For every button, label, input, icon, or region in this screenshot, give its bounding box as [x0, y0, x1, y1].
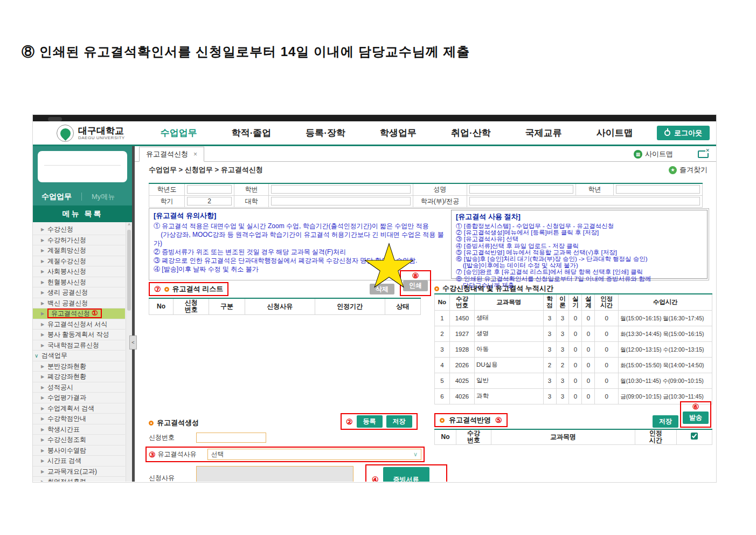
- sidebar-menu-item[interactable]: ▶ 성적공시: [33, 382, 125, 393]
- sidebar-collapse-button[interactable]: <: [129, 335, 137, 349]
- menu-item-label: 수강신청조회: [47, 436, 86, 443]
- nav-item[interactable]: 취업·산학: [451, 127, 491, 139]
- sidebar-menu-item[interactable]: ▶ 봉사 활동계획서 작성: [33, 330, 125, 340]
- sidebar-tab-mymenu[interactable]: My메뉴: [92, 192, 115, 202]
- sidebar-menu-item[interactable]: ▶ 수강허가신청: [33, 235, 125, 246]
- sitemap-link[interactable]: ▦ 사이트맵: [634, 149, 673, 159]
- course-row: 2 1927 생명 3 3 0 0 0 화(13:30~14:45) 목(15:…: [435, 326, 712, 341]
- nav-item[interactable]: 사이트맵: [597, 127, 633, 139]
- course-row: 6 4026 과학 3 3 0 0 0 금(09:00~10:15) 금(10:…: [435, 388, 712, 404]
- favorite-button[interactable]: ★ 즐겨찾기: [669, 162, 708, 178]
- nav-item[interactable]: 수업업무: [161, 127, 197, 139]
- list-column-header: 구분: [209, 298, 245, 314]
- request-no-input[interactable]: [196, 433, 266, 443]
- nav-item[interactable]: 학적·졸업: [232, 127, 272, 139]
- delete-button[interactable]: 삭제: [370, 284, 394, 294]
- sidebar-tab-divider: [81, 193, 82, 201]
- sidebar-menu-item[interactable]: ▶ 수강신청: [33, 224, 125, 235]
- course-time: 월(15:00~16:15) 월(16:30~17:45): [619, 310, 712, 326]
- absence-reason-label: 유고결석사유: [158, 450, 205, 459]
- tab-absence-request[interactable]: 유고결석신청×: [139, 147, 204, 162]
- print-button[interactable]: 인쇄: [403, 280, 428, 291]
- college-input[interactable]: [271, 197, 411, 205]
- year-input[interactable]: [187, 185, 232, 194]
- menu-arrow-icon: ▶: [41, 256, 44, 267]
- major-input[interactable]: [469, 197, 700, 205]
- reflect-save-button[interactable]: 저장: [653, 415, 678, 428]
- semester-input[interactable]: [187, 197, 232, 205]
- nav-item[interactable]: 등록·장학: [306, 127, 345, 139]
- sidebar-menu-item[interactable]: ▶ 수강신청조회: [33, 435, 125, 445]
- sidebar-menu-item[interactable]: ▶ 생리 공결신청: [33, 287, 125, 298]
- check-all-checkbox[interactable]: [691, 433, 698, 440]
- grade-input[interactable]: [616, 185, 700, 194]
- course-recognized-hours: 0: [595, 326, 619, 341]
- sidebar-menu-item[interactable]: ▶ 분반강좌현황: [33, 361, 125, 372]
- course-time: 월(10:30~11:45) 수(09:00~10:15): [619, 373, 712, 388]
- sidebar-menu-item[interactable]: ▶ 유고결석신청서 서식: [33, 319, 125, 330]
- sidebar-scrollbar[interactable]: ^: [126, 222, 132, 482]
- sidebar-menu-item[interactable]: ▶ 계절희망신청: [33, 245, 125, 256]
- course-code: 1928: [449, 341, 474, 357]
- course-theory: 3: [556, 373, 569, 388]
- sidebar-menu-item[interactable]: ▶ 수업평가결과: [33, 393, 125, 403]
- sidebar-menu-item[interactable]: ∨ 검색업무: [33, 351, 125, 361]
- course-practice: 0: [569, 373, 582, 388]
- university-logo-icon: [57, 125, 74, 142]
- send-button[interactable]: 발송: [683, 411, 709, 424]
- scrollbar-thumb[interactable]: [127, 230, 131, 311]
- notice-box: [유고결석 유의사항] ① 유고결석 적용은 대면수업 및 실시간 Zoom 수…: [149, 208, 709, 280]
- request-reason-textarea[interactable]: [196, 466, 353, 482]
- sidebar-menu-item[interactable]: ▶ 백신 공결신청: [33, 298, 125, 309]
- sidebar-search-box[interactable]: [38, 151, 127, 182]
- tab-close-icon[interactable]: ×: [193, 150, 197, 158]
- notice-line: ⑤ [유고결석반영] 메뉴에서 적용할 교과목 선택(√)후 [저장]: [456, 249, 703, 256]
- menu-item-label: 봉사이수열람: [47, 447, 86, 454]
- course-name: 과학: [474, 388, 543, 404]
- list-column-header: 상태: [385, 298, 420, 314]
- course-recognized-hours: 0: [595, 388, 619, 404]
- sidebar-menu-item[interactable]: ▶ 학생시간표: [33, 424, 125, 435]
- course-name: 아동: [474, 341, 543, 357]
- logout-label: 로그아웃: [674, 128, 702, 138]
- save-button[interactable]: 저장: [386, 415, 412, 428]
- sidebar-menu-item[interactable]: ▶ 계절수강신청: [33, 256, 125, 267]
- course-credit: 3: [543, 373, 556, 388]
- sidebar-menu-item[interactable]: ▶ 취업적성훈련: [33, 477, 125, 482]
- sidebar-menu-item[interactable]: ▶ 수강학점안내: [33, 414, 125, 424]
- sitemap-label: 사이트맵: [645, 149, 673, 159]
- menu-arrow-icon: ▶: [41, 456, 44, 467]
- course-practice: 0: [569, 388, 582, 404]
- course-code: 1450: [449, 310, 474, 326]
- window-close-icon[interactable]: [698, 150, 709, 158]
- sidebar-menu-item[interactable]: ▶ 폐강강좌현황: [33, 372, 125, 382]
- nav-item[interactable]: 학생업무: [380, 127, 417, 139]
- sidebar-menu-item[interactable]: ▶ 유고결석신청①: [33, 308, 125, 319]
- sidebar-menu-item[interactable]: ▶ 봉사이수열람: [33, 445, 125, 456]
- sitemap-icon: ▦: [634, 150, 642, 159]
- logout-button[interactable]: 로그아웃: [657, 126, 710, 140]
- register-button[interactable]: 등록: [357, 415, 383, 428]
- student-id-input[interactable]: [271, 185, 411, 194]
- name-input[interactable]: [469, 185, 573, 194]
- sidebar-menu-item[interactable]: ▶ 교과목개요(교과): [33, 467, 125, 477]
- sidebar-menu-item[interactable]: ▶ 수업계획서 검색: [33, 403, 125, 414]
- sidebar-menu-item[interactable]: ▶ 헌혈봉사신청: [33, 277, 125, 288]
- sidebar-menu-item[interactable]: ▶ 시간표 검색: [33, 456, 125, 467]
- course-no: 1: [435, 310, 450, 326]
- menu-item-label: 계절희망신청: [47, 246, 86, 254]
- menu-arrow-icon: ▶: [41, 277, 44, 288]
- course-practice: 0: [569, 341, 582, 357]
- request-no-label: 신청번호: [149, 433, 196, 442]
- nav-item[interactable]: 국제교류: [525, 127, 562, 139]
- sidebar-menu-item[interactable]: ▶ 사회봉사신청: [33, 266, 125, 277]
- sidebar-tab-lecture[interactable]: 수업업무: [41, 192, 72, 202]
- scroll-up-icon[interactable]: ^: [126, 222, 132, 229]
- course-no: 5: [435, 373, 450, 388]
- menu-arrow-icon: ▶: [41, 245, 44, 256]
- absence-reason-select[interactable]: 선택 ∨: [207, 449, 421, 460]
- menu-item-label: 취업적성훈련: [47, 478, 86, 482]
- attach-document-button[interactable]: 증빙서류: [383, 467, 429, 482]
- sidebar-menu-item[interactable]: ▶ 국내학점교류신청: [33, 340, 125, 351]
- notice-line: ③ 폐강으로 인한 유고결석은 단과대학행정실에서 폐강과목 수강신청자 명단 …: [154, 256, 447, 265]
